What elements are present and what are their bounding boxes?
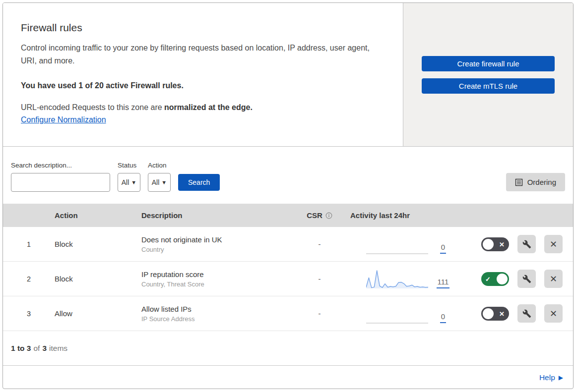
ordering-label: Ordering xyxy=(527,178,556,186)
of-text: of xyxy=(33,344,40,353)
ordering-list-icon xyxy=(515,178,523,186)
close-icon: ✕ xyxy=(550,275,557,283)
x-icon: ✕ xyxy=(499,241,505,247)
create-firewall-rule-button[interactable]: Create firewall rule xyxy=(422,56,555,71)
close-icon: ✕ xyxy=(550,240,557,249)
info-icon[interactable] xyxy=(325,212,332,219)
activity-count: 0 xyxy=(440,312,446,323)
rule-controls: ✓ ✕ ✕ xyxy=(464,270,573,288)
page-title: Firewall rules xyxy=(21,22,385,34)
table-row: 1 Block Does not originate in UK Country… xyxy=(3,227,573,262)
status-dropdown[interactable]: All ▼ xyxy=(118,173,140,192)
items-text: items xyxy=(49,344,67,353)
normalization-note: URL-encoded Requests to this zone are no… xyxy=(21,103,385,112)
rule-csr: - xyxy=(289,275,350,283)
search-input-box[interactable] xyxy=(11,173,110,192)
rule-action: Block xyxy=(55,275,141,283)
activity-count-link[interactable]: 0 xyxy=(428,312,458,323)
rule-priority: 1 xyxy=(3,240,55,248)
normalization-text: URL-encoded Requests to this zone are xyxy=(21,103,164,112)
table-row: 2 Block IP reputation score Country, Thr… xyxy=(3,262,573,296)
wrench-icon xyxy=(522,309,531,318)
action-group: Action All ▼ xyxy=(148,162,171,192)
rule-description: IP reputation score xyxy=(141,270,289,279)
column-csr: CSR xyxy=(289,211,350,220)
status-value: All xyxy=(122,178,129,186)
search-label: Search description... xyxy=(11,162,110,169)
status-label: Status xyxy=(118,162,140,169)
search-input[interactable] xyxy=(20,178,110,186)
close-icon: ✕ xyxy=(550,309,557,318)
search-group: Search description... xyxy=(11,162,110,192)
table-header: Action Description CSR Activity last 24h… xyxy=(3,204,573,227)
toggle-knob xyxy=(483,239,494,250)
activity-count-link[interactable]: 111 xyxy=(428,278,458,288)
rule-controls: ✓ ✕ ✕ xyxy=(464,235,573,253)
help-link[interactable]: Help ▶ xyxy=(539,373,563,382)
rule-enabled-toggle[interactable]: ✓ ✕ xyxy=(481,307,509,321)
rule-fields: IP Source Address xyxy=(141,315,289,323)
status-group: Status All ▼ xyxy=(118,162,140,192)
wrench-icon xyxy=(522,240,531,249)
rule-controls: ✓ ✕ ✕ xyxy=(464,304,573,323)
action-label: Action xyxy=(148,162,171,169)
activity-sparkline xyxy=(366,269,428,289)
usage-summary: You have used 1 of 20 active Firewall ru… xyxy=(21,81,385,90)
activity-sparkline xyxy=(366,234,428,255)
ordering-button[interactable]: Ordering xyxy=(506,173,565,191)
csr-label: CSR xyxy=(307,211,322,220)
delete-rule-button[interactable]: ✕ xyxy=(544,304,563,323)
rule-action: Block xyxy=(55,240,141,248)
activity-count: 111 xyxy=(437,278,450,288)
rule-activity-cell: 111 xyxy=(350,269,464,289)
normalization-bold: normalized at the edge. xyxy=(164,103,253,112)
rule-activity-cell: 0 xyxy=(350,303,464,324)
page-description: Control incoming traffic to your zone by… xyxy=(21,42,383,67)
intro-panel: Firewall rules Control incoming traffic … xyxy=(3,3,403,146)
delete-rule-button[interactable]: ✕ xyxy=(544,235,563,253)
firewall-rules-card: Firewall rules Control incoming traffic … xyxy=(2,2,574,389)
top-section: Firewall rules Control incoming traffic … xyxy=(3,3,573,147)
x-icon: ✕ xyxy=(499,310,505,317)
action-dropdown[interactable]: All ▼ xyxy=(148,173,171,192)
rule-description-cell: Does not originate in UK Country xyxy=(141,235,289,253)
help-bar: Help ▶ xyxy=(3,366,573,389)
help-label: Help xyxy=(539,373,555,382)
rule-description-cell: IP reputation score Country, Threat Scor… xyxy=(141,270,289,288)
check-icon: ✓ xyxy=(485,276,491,282)
edit-rule-button[interactable] xyxy=(517,235,536,253)
pagination-summary: 1 to 3 of 3 items xyxy=(3,331,573,366)
rule-enabled-toggle[interactable]: ✓ ✕ xyxy=(481,237,509,251)
chevron-down-icon: ▼ xyxy=(161,180,167,185)
action-value: All xyxy=(152,178,160,186)
rule-activity-cell: 0 xyxy=(350,234,464,255)
rule-priority: 2 xyxy=(3,275,55,283)
rule-fields: Country, Threat Score xyxy=(141,280,289,288)
activity-sparkline xyxy=(366,303,428,324)
rule-fields: Country xyxy=(141,246,289,253)
rule-description: Does not originate in UK xyxy=(141,235,289,244)
rule-priority: 3 xyxy=(3,310,55,318)
table-row: 3 Allow Allow listed IPs IP Source Addre… xyxy=(3,296,573,331)
edit-rule-button[interactable] xyxy=(517,304,536,323)
create-mtls-rule-button[interactable]: Create mTLS rule xyxy=(422,78,555,94)
rule-description-cell: Allow listed IPs IP Source Address xyxy=(141,305,289,323)
filter-bar: Search description... Status All ▼ Actio… xyxy=(3,147,573,204)
chevron-down-icon: ▼ xyxy=(131,180,136,185)
delete-rule-button[interactable]: ✕ xyxy=(544,270,563,288)
edit-rule-button[interactable] xyxy=(517,270,536,288)
column-activity: Activity last 24hr xyxy=(350,211,464,220)
activity-count-link[interactable]: 0 xyxy=(428,243,458,254)
rule-csr: - xyxy=(289,240,350,248)
search-button[interactable]: Search xyxy=(178,174,220,191)
wrench-icon xyxy=(522,275,531,283)
toggle-knob xyxy=(497,274,508,284)
rule-enabled-toggle[interactable]: ✓ ✕ xyxy=(481,272,509,286)
activity-count: 0 xyxy=(440,243,446,254)
configure-normalization-link[interactable]: Configure Normalization xyxy=(21,115,106,124)
column-description: Description xyxy=(141,211,289,220)
actions-panel: Create firewall rule Create mTLS rule xyxy=(403,3,573,146)
rule-csr: - xyxy=(289,309,350,318)
rule-description: Allow listed IPs xyxy=(141,305,289,313)
range-text: 1 to 3 xyxy=(11,344,31,353)
